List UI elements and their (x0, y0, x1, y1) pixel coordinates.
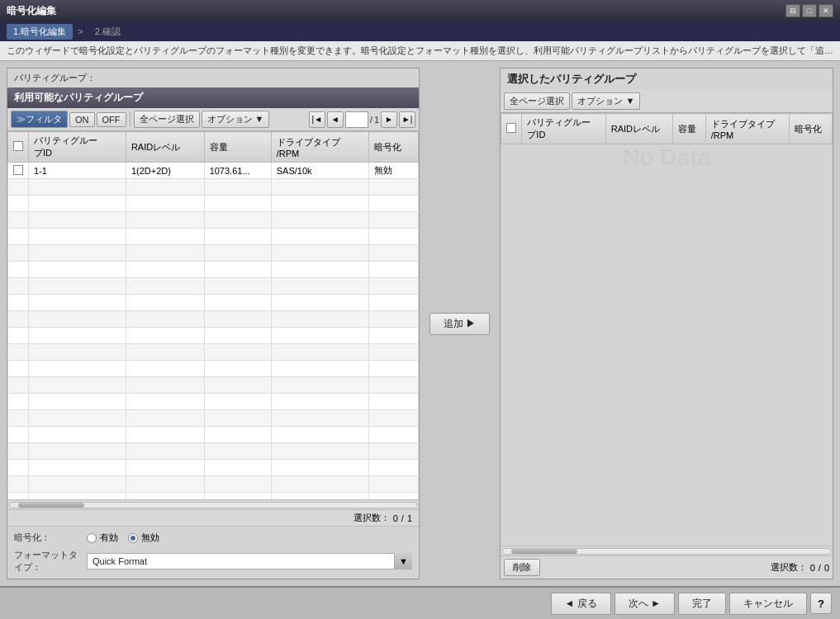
row-capacity: 1073.61... (204, 163, 271, 179)
right-table: パリティグループID RAIDレベル 容量 ドライブタイプ/RPM 暗号化 (501, 113, 833, 144)
off-button[interactable]: OFF (97, 112, 126, 127)
bottom-options: 暗号化： 有効 無効 フォーマットタイプ： (7, 526, 419, 579)
empty-row (8, 212, 419, 229)
row-checkbox-cell (8, 163, 29, 179)
page-separator: / (370, 115, 373, 125)
left-selected-count: 0 (393, 513, 398, 523)
right-panel-header: 選択したパリティグループ (501, 69, 833, 90)
page-input[interactable]: 1 (345, 111, 368, 128)
restore-button[interactable]: ⊟ (785, 4, 800, 17)
prev-page-button[interactable]: ◄ (327, 111, 344, 128)
header-checkbox[interactable] (13, 141, 23, 151)
empty-row (8, 410, 419, 427)
right-scroll-area[interactable] (501, 546, 833, 555)
radio-enabled-circle[interactable] (87, 533, 97, 543)
left-scroll-area[interactable] (7, 499, 419, 509)
left-panel: パリティグループ： 利用可能なパリティグループ ≫フィルタ ON OFF 全ペー… (7, 68, 420, 579)
left-status-bar: 選択数： 0 / 1 (7, 509, 419, 526)
next-button[interactable]: 次へ ► (615, 593, 675, 615)
empty-row (8, 427, 419, 443)
window-title: 暗号化編集 (7, 4, 56, 18)
minimize-button[interactable]: □ (802, 4, 817, 17)
title-bar: 暗号化編集 ⊟ □ ✕ (0, 0, 840, 21)
right-all-select-button[interactable]: 全ページ選択 (504, 92, 570, 110)
empty-row (8, 377, 419, 394)
footer-bar: ◄ 戻る 次へ ► 完了 キャンセル ? (0, 586, 840, 619)
empty-row (8, 394, 419, 410)
empty-row (8, 262, 419, 278)
radio-disabled[interactable]: 無効 (128, 532, 159, 544)
left-table-body: 1-1 1(2D+2D) 1073.61... SAS/10k 無効 (8, 163, 419, 500)
last-page-button[interactable]: ►| (399, 111, 415, 128)
filter-button[interactable]: ≫フィルタ (11, 111, 68, 128)
right-th-capacity: 容量 (673, 114, 705, 144)
left-scrollbar-thumb[interactable] (18, 503, 84, 508)
right-th-parity-id: パリティグループID (522, 114, 605, 144)
row-raid: 1(2D+2D) (126, 163, 204, 179)
empty-row (8, 295, 419, 311)
right-panel: 選択したパリティグループ 全ページ選択 オプション ▼ パリティグループID R… (500, 68, 833, 579)
right-scrollbar[interactable] (502, 548, 831, 555)
right-selected-count: 0 (810, 563, 815, 573)
info-text: このウィザードで暗号化設定とパリティグループのフォーマット種別を変更できます。暗… (7, 45, 840, 55)
right-options-button[interactable]: オプション ▼ (572, 92, 640, 110)
empty-row (8, 361, 419, 377)
main-content: パリティグループ： 利用可能なパリティグループ ≫フィルタ ON OFF 全ペー… (0, 61, 840, 586)
cancel-button[interactable]: キャンセル (729, 593, 807, 615)
right-selected-label: 選択数： (771, 561, 807, 574)
empty-row (8, 328, 419, 344)
info-bar: このウィザードで暗号化設定とパリティグループのフォーマット種別を変更できます。暗… (0, 41, 840, 61)
left-table-container: パリティグループID RAIDレベル 容量 ドライブタイプ/RPM 暗号化 1-… (7, 131, 419, 499)
help-button[interactable]: ? (810, 593, 832, 614)
empty-row (8, 229, 419, 245)
right-table-header-area: パリティグループID RAIDレベル 容量 ドライブタイプ/RPM 暗号化 (501, 113, 833, 144)
next-page-button[interactable]: ► (381, 111, 397, 128)
format-label: フォーマットタイプ： (14, 549, 80, 574)
left-panel-label: パリティグループ： (7, 69, 419, 87)
table-row[interactable]: 1-1 1(2D+2D) 1073.61... SAS/10k 無効 (8, 163, 419, 179)
encryption-row: 暗号化： 有効 無効 (14, 532, 412, 544)
right-th-checkbox (501, 114, 522, 144)
finish-button[interactable]: 完了 (678, 593, 726, 615)
row-drive: SAS/10k (271, 163, 368, 179)
left-selected-label: 選択数： (354, 512, 390, 524)
delete-button[interactable]: 削除 (504, 559, 540, 576)
close-button[interactable]: ✕ (819, 4, 833, 17)
on-button[interactable]: ON (69, 112, 95, 127)
empty-row (8, 196, 419, 212)
right-header-checkbox[interactable] (506, 123, 516, 133)
left-total: 1 (407, 513, 412, 523)
options-button[interactable]: オプション ▼ (202, 111, 270, 128)
left-panel-header: 利用可能なパリティグループ (7, 87, 419, 108)
all-select-button[interactable]: 全ページ選択 (134, 111, 200, 128)
breadcrumb: 1.暗号化編集 > 2.確認 (0, 21, 840, 41)
th-encrypt: 暗号化 (368, 132, 418, 163)
add-button[interactable]: 追加 ▶ (429, 313, 490, 335)
breadcrumb-step1[interactable]: 1.暗号化編集 (7, 24, 73, 40)
back-button[interactable]: ◄ 戻る (551, 593, 611, 615)
encryption-label: 暗号化： (14, 532, 80, 544)
radio-disabled-circle[interactable] (128, 533, 138, 543)
window: 暗号化編集 ⊟ □ ✕ 1.暗号化編集 > 2.確認 このウィザードで暗号化設定… (0, 0, 840, 619)
radio-disabled-label: 無効 (141, 532, 159, 544)
pagination: |◄ ◄ 1 / 1 ► ►| (309, 111, 415, 128)
row-parity-id: 1-1 (29, 163, 126, 179)
page-total: 1 (374, 115, 379, 125)
format-select[interactable]: Quick Format Normal Format (87, 553, 412, 569)
radio-enabled[interactable]: 有効 (87, 532, 118, 544)
left-status-separator: / (401, 513, 404, 523)
right-th-encrypt: 暗号化 (790, 114, 833, 144)
empty-row (8, 476, 419, 493)
row-checkbox[interactable] (13, 165, 23, 175)
right-th-raid: RAIDレベル (605, 114, 672, 144)
th-capacity: 容量 (204, 132, 271, 163)
row-encrypt: 無効 (368, 163, 418, 179)
first-page-button[interactable]: |◄ (309, 111, 325, 128)
left-scrollbar[interactable] (9, 502, 417, 508)
title-bar-buttons: ⊟ □ ✕ (785, 4, 833, 17)
right-th-drive: ドライブタイプ/RPM (705, 114, 789, 144)
right-table-inner: No Data (501, 144, 833, 546)
left-toolbar: ≫フィルタ ON OFF 全ページ選択 オプション ▼ |◄ ◄ 1 / 1 ►… (7, 108, 419, 131)
breadcrumb-separator: > (78, 26, 83, 36)
right-scrollbar-thumb[interactable] (511, 549, 577, 554)
